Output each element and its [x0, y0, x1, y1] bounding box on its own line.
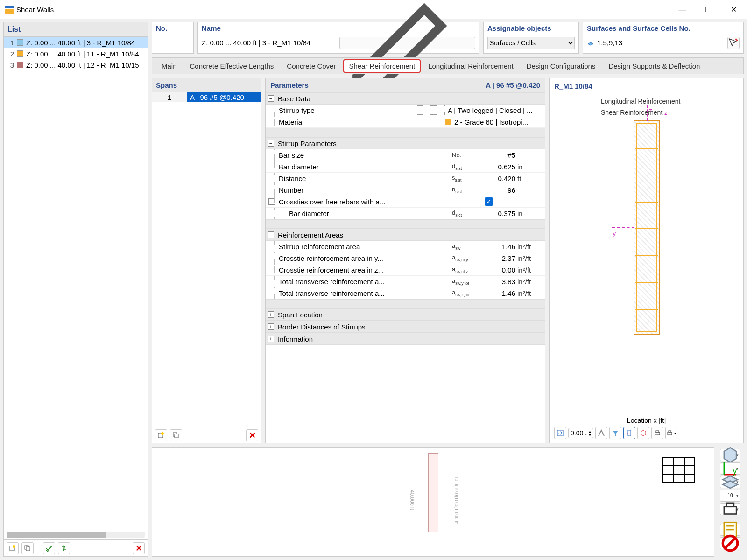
list-scrollbar[interactable] [7, 532, 145, 538]
collapse-icon[interactable]: − [268, 198, 275, 205]
span-copy-icon[interactable] [170, 429, 182, 441]
svg-rect-16 [669, 431, 671, 432]
close-button[interactable]: ✕ [721, 1, 747, 19]
legend-long: Longitudinal Reinforcement [601, 98, 739, 105]
span-delete-icon[interactable]: ✕ [246, 429, 258, 441]
material-value: 2 - Grade 60 | Isotropi... [454, 118, 543, 126]
svg-point-6 [161, 432, 164, 435]
assignable-box: Assignable objects Surfaces / Cells [483, 22, 579, 54]
section-view-icon[interactable] [623, 427, 635, 439]
new-icon[interactable] [7, 542, 19, 554]
crossties-checkbox[interactable]: ✓ [485, 197, 493, 206]
surface-icon [587, 39, 594, 47]
swap-icon[interactable] [58, 542, 70, 554]
parameters-panel: Parameters A | 96 #5 @0.420 −Base Data S… [265, 78, 545, 443]
svg-rect-26 [726, 503, 734, 507]
list-item[interactable]: 2Z: 0.00 ... 40.00 ft | 11 - R_M1 10/84 [4, 48, 148, 59]
parameters-header: Parameters [270, 81, 309, 89]
svg-rect-8 [175, 434, 178, 438]
tab-longitudinal-reinforcement[interactable]: Longitudinal Reinforcement [423, 59, 519, 73]
group-base-data: Base Data [278, 95, 310, 103]
svg-line-31 [726, 539, 735, 548]
legend-shear: Shear Reinforcement z [601, 109, 739, 116]
location-label: Location x [ft] [554, 417, 739, 424]
stirrup-type-edit[interactable] [417, 105, 445, 115]
svg-point-10 [559, 432, 562, 434]
tab-concrete-cover[interactable]: Concrete Cover [281, 59, 341, 73]
span-new-icon[interactable] [155, 429, 167, 441]
group-reinf-areas: Reinforcement Areas [278, 231, 343, 239]
tab-bar: MainConcrete Effective LengthsConcrete C… [152, 57, 744, 74]
expand-icon[interactable]: + [268, 311, 274, 318]
pick-surfaces-icon[interactable] [727, 37, 740, 49]
elev-dim: 40.000 ft [409, 453, 415, 546]
list-item[interactable]: 3Z: 0.00 ... 40.00 ft | 12 - R_M1 10/15 [4, 59, 148, 70]
svg-rect-17 [663, 457, 695, 482]
name-value: Z: 0.00 ... 40.00 ft | 3 - R_M1 10/84 [202, 39, 337, 47]
view-cancel-icon[interactable] [720, 537, 740, 549]
filter-icon[interactable] [609, 427, 621, 439]
tab-concrete-effective-lengths[interactable]: Concrete Effective Lengths [184, 59, 280, 73]
collapse-icon[interactable]: − [268, 140, 274, 147]
check-icon[interactable] [43, 542, 55, 554]
print-icon[interactable] [651, 427, 663, 439]
location-spinner[interactable]: 0.00 ⌄ ▴▾ [568, 428, 593, 438]
3d-icon[interactable] [637, 427, 649, 439]
spans-panel: Spans 1A | 96 #5 @0.420 ✕ [152, 78, 261, 443]
surfaces-value[interactable]: 1,5,9,13 [597, 39, 725, 47]
name-field-box: Name Z: 0.00 ... 40.00 ft | 3 - R_M1 10/… [197, 22, 479, 54]
assignable-label: Assignable objects [484, 22, 578, 34]
print-dropdown-icon[interactable]: ▾ [665, 427, 677, 439]
tab-shear-reinforcement[interactable]: Shear Reinforcement [343, 59, 421, 73]
svg-rect-25 [724, 507, 736, 514]
preview-title: R_M1 10/84 [554, 82, 739, 90]
group-information: Information [278, 335, 313, 343]
tab-main[interactable]: Main [156, 59, 183, 73]
parameters-header-right: A | 96 #5 @0.420 [486, 81, 540, 89]
group-span-location: Span Location [278, 311, 323, 319]
spans-header: Spans [152, 78, 187, 92]
group-stirrup-params: Stirrup Parameters [278, 140, 337, 147]
stirrup-type-value: A | Two legged | Closed | ... [445, 106, 543, 114]
collapse-icon[interactable]: − [268, 95, 274, 102]
collapse-icon[interactable]: − [268, 231, 274, 238]
svg-rect-11 [628, 430, 631, 436]
maximize-button[interactable]: ☐ [695, 1, 721, 19]
elevation-diagram [428, 453, 438, 532]
copy-icon[interactable] [21, 542, 34, 554]
tab-design-supports-deflection[interactable]: Design Supports & Deflection [603, 59, 705, 73]
list-panel: List 1Z: 0.00 ... 40.00 ft | 3 - R_M1 10… [3, 22, 148, 557]
minimize-button[interactable]: — [669, 1, 695, 19]
svg-rect-14 [656, 431, 659, 432]
section-diagram: z y [634, 120, 660, 335]
elev-ticks: 10.0(10.0(10.0(10.00 ft [451, 453, 459, 546]
view-print-icon[interactable]: ▾ [720, 503, 740, 515]
expand-icon[interactable]: + [268, 323, 274, 330]
expand-icon[interactable]: + [268, 336, 274, 342]
zoom-fit-icon[interactable] [554, 427, 566, 439]
group-border-dist: Border Distances of Stirrups [278, 323, 366, 331]
svg-rect-3 [26, 547, 30, 551]
tool-icon-1[interactable] [595, 427, 607, 439]
span-row[interactable]: 1A | 96 #5 @0.420 [152, 92, 261, 102]
surfaces-box: Surfaces and Surface Cells No. 1,5,9,13 [583, 22, 744, 54]
view-layers-icon[interactable]: ▾ [720, 476, 740, 488]
grid-key-icon [662, 457, 695, 483]
preview-panel: R_M1 10/84 Longitudinal Reinforcement Sh… [549, 78, 744, 443]
svg-rect-13 [655, 432, 660, 435]
window-title: Shear Walls [16, 6, 54, 14]
svg-rect-15 [668, 432, 672, 435]
material-color-swatch [445, 119, 451, 125]
list-item[interactable]: 1Z: 0.00 ... 40.00 ft | 3 - R_M1 10/84 [4, 37, 148, 48]
delete-icon[interactable]: ✕ [133, 542, 145, 554]
surfaces-label: Surfaces and Surface Cells No. [583, 22, 743, 34]
svg-line-4 [736, 39, 738, 41]
no-label: No. [152, 22, 193, 34]
edit-name-icon[interactable] [339, 37, 475, 49]
svg-rect-9 [557, 430, 563, 436]
elevation-panel: 40.000 ft 10.0(10.0(10.0(10.00 ft [152, 447, 714, 557]
tab-design-configurations[interactable]: Design Configurations [521, 59, 601, 73]
svg-point-1 [13, 545, 15, 548]
assignable-dropdown[interactable]: Surfaces / Cells [487, 37, 575, 49]
app-icon [5, 6, 14, 14]
